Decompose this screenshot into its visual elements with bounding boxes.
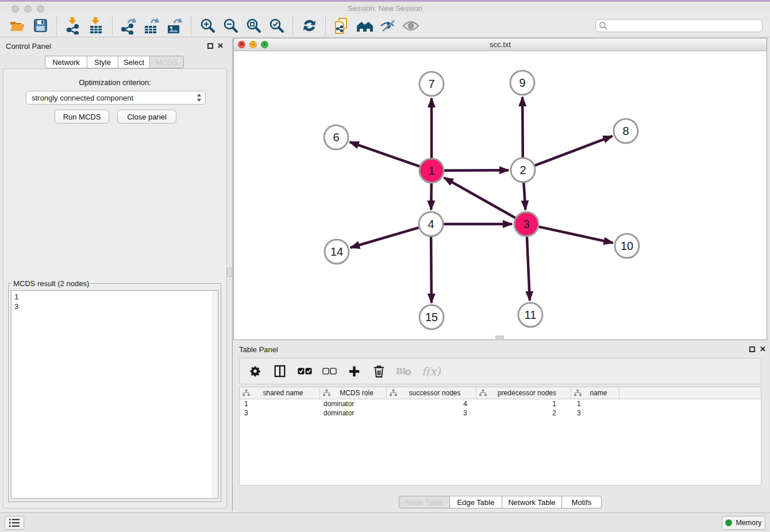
close-panel-icon[interactable]: ✕ [217, 41, 224, 50]
graph-edge-2-3[interactable] [523, 183, 525, 210]
function-builder-icon[interactable]: f(x) [422, 363, 441, 380]
search-field[interactable] [595, 19, 763, 32]
mcds-result-textarea[interactable]: 1 3 [11, 290, 218, 499]
main-titlebar: Session: New Session [0, 2, 770, 14]
open-session-icon[interactable] [7, 17, 27, 35]
result-scrollbar[interactable] [213, 291, 218, 498]
graph-node-label: 11 [525, 309, 537, 321]
graph-edge-3-10[interactable] [538, 227, 613, 243]
table-cell: dominator [320, 399, 387, 408]
run-mcds-button[interactable]: Run MCDS [55, 110, 109, 124]
graph-edge-4-15[interactable] [431, 237, 432, 303]
memory-label: Memory [736, 519, 761, 527]
graph-node-label: 9 [519, 76, 525, 89]
tab-style[interactable]: Style [87, 56, 118, 68]
mcds-result-group: MCDS result (2 nodes) 1 3 [8, 283, 221, 502]
save-session-icon[interactable] [30, 17, 50, 35]
select-all-icon[interactable] [297, 363, 312, 380]
tab-network-table[interactable]: Network Table [502, 496, 562, 508]
network-window-title: scc.txt [234, 40, 767, 49]
hide-panels-icon[interactable] [378, 17, 398, 35]
delete-table-icon[interactable] [396, 363, 412, 380]
export-network-icon[interactable] [119, 17, 138, 35]
export-image-icon[interactable] [165, 17, 184, 35]
zoom-selected-icon[interactable] [267, 17, 286, 35]
deselect-all-icon[interactable] [322, 363, 337, 380]
search-input[interactable] [608, 21, 762, 31]
table-cell: 4 [387, 399, 476, 408]
column-header-predecessor-nodes[interactable]: predecessor nodes [476, 387, 571, 399]
column-header-successor-nodes[interactable]: successor nodes [387, 387, 476, 399]
column-header-shared-name[interactable]: shared name [240, 387, 320, 399]
split-table-icon[interactable] [272, 363, 287, 380]
mcds-result-title: MCDS result (2 nodes) [11, 279, 91, 288]
tab-select[interactable]: Select [118, 56, 150, 68]
add-column-icon[interactable] [346, 363, 361, 380]
graph-edge-1-6[interactable] [350, 142, 420, 166]
table-panel-tabs: Node Table Edge Table Network Table Moti… [399, 496, 602, 508]
criterion-dropdown-value: strongly connected component [32, 94, 197, 102]
main-toolbar [0, 14, 770, 37]
mcds-panel-body: Optimization criterion: strongly connect… [3, 68, 227, 508]
graph-node-label: 2 [519, 164, 526, 176]
tab-node-table[interactable]: Node Table [399, 496, 450, 508]
close-panel-button[interactable]: Close panel [117, 110, 176, 124]
graph-edge-3-1[interactable] [444, 178, 515, 218]
dropdown-stepper-icon [197, 93, 202, 102]
network-window-titlebar[interactable]: ✕ − + scc.txt [234, 38, 767, 51]
graph-edge-3-11[interactable] [527, 237, 530, 300]
table-cell: 2 [476, 408, 571, 418]
memory-button[interactable]: Memory [722, 516, 765, 530]
splitter-handle[interactable] [227, 268, 232, 277]
table-row[interactable]: 1dominator411 [240, 399, 761, 408]
column-header-name[interactable]: name [571, 387, 619, 399]
graph-edge-2-9[interactable] [522, 97, 523, 157]
delete-column-icon[interactable] [371, 363, 386, 380]
window-title: Session: New Session [0, 4, 770, 13]
graph-edge-1-2[interactable] [444, 170, 509, 171]
task-list-icon [9, 518, 20, 527]
import-network-icon[interactable] [63, 17, 83, 35]
table-row[interactable]: 3dominator323 [240, 408, 761, 418]
control-panel-tabs: Network Style Select MCDS [45, 56, 184, 68]
table-cell: 1 [240, 399, 320, 408]
network-resize-handle[interactable] [495, 336, 504, 340]
graph-node-label: 4 [428, 218, 434, 230]
import-table-icon[interactable] [86, 17, 106, 35]
graph-edge-4-14[interactable] [351, 228, 419, 248]
table-settings-icon[interactable] [248, 363, 263, 380]
table-cell: 1 [476, 399, 571, 408]
criterion-dropdown[interactable]: strongly connected component [26, 91, 206, 105]
float-table-panel-icon[interactable] [749, 346, 755, 352]
toolbar-separator [56, 16, 57, 36]
task-history-button[interactable] [5, 516, 24, 530]
tab-edge-table[interactable]: Edge Table [449, 496, 502, 508]
refresh-network-icon[interactable] [299, 17, 319, 35]
float-panel-icon[interactable] [207, 43, 213, 49]
zoom-in-icon[interactable] [198, 17, 217, 35]
graph-node-label: 3 [523, 218, 529, 230]
toolbar-separator [292, 16, 293, 36]
zoom-out-icon[interactable] [221, 17, 240, 35]
close-table-panel-icon[interactable]: ✕ [760, 345, 766, 353]
show-graphics-details-icon[interactable] [401, 17, 421, 35]
graph-node-label: 15 [425, 311, 438, 323]
network-canvas[interactable]: 1234678910111415 [234, 51, 767, 340]
column-tree-icon [479, 390, 487, 396]
column-header-MCDS-role[interactable]: MCDS role [320, 387, 387, 399]
zoom-fit-icon[interactable] [244, 17, 263, 35]
control-panel: Control Panel ✕ Network Style Select MCD… [0, 38, 230, 511]
panel-splitter[interactable] [232, 38, 233, 511]
search-icon [599, 21, 608, 30]
graph-edge-2-8[interactable] [535, 136, 613, 165]
tab-motifs[interactable]: Motifs [561, 496, 602, 508]
table-cell: dominator [320, 408, 387, 418]
export-table-icon[interactable] [142, 17, 161, 35]
node-table[interactable]: shared nameMCDS rolesuccessor nodesprede… [239, 387, 761, 485]
table-body: 1dominator4113dominator323 [240, 399, 761, 418]
clone-network-icon[interactable] [332, 17, 352, 35]
first-neighbors-icon[interactable] [355, 17, 375, 35]
tab-mcds[interactable]: MCDS [149, 56, 184, 68]
tab-network[interactable]: Network [45, 56, 87, 68]
table-panel-title: Table Panel [239, 345, 278, 354]
